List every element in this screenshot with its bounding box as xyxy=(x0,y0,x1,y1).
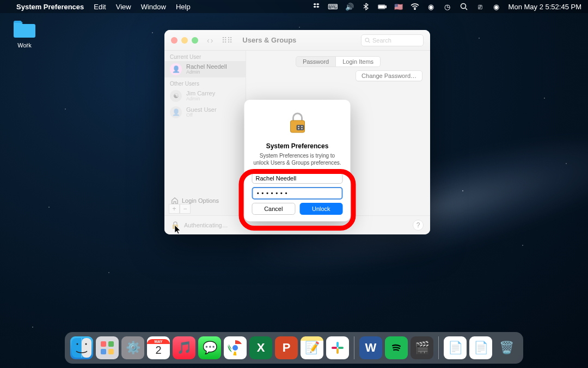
menu-window[interactable]: Window xyxy=(141,3,166,11)
auth-dialog: System Preferences System Preferences is… xyxy=(244,100,351,221)
battery-icon[interactable] xyxy=(378,2,387,11)
svg-point-25 xyxy=(232,345,238,351)
menu-view[interactable]: View xyxy=(116,3,131,11)
siri-icon[interactable]: ◉ xyxy=(492,2,501,11)
svg-rect-20 xyxy=(108,341,114,347)
username-field[interactable]: Rachel Needell xyxy=(252,173,343,184)
dock-spotify[interactable] xyxy=(385,336,408,359)
dock-notes[interactable]: 📝 xyxy=(301,336,323,359)
svg-point-14 xyxy=(301,128,303,130)
menu-help[interactable]: Help xyxy=(176,3,191,11)
system-preferences-window: ‹ › ⠿⠿ Users & Groups Search Current Use… xyxy=(164,30,430,234)
dropbox-icon[interactable] xyxy=(313,2,321,11)
svg-point-11 xyxy=(298,126,299,128)
dock-word[interactable]: W xyxy=(359,336,382,359)
dock-imovie[interactable]: 🎬 xyxy=(411,336,433,359)
wifi-icon[interactable] xyxy=(411,2,419,11)
svg-rect-1 xyxy=(385,5,386,8)
dock-slack[interactable] xyxy=(326,336,349,359)
svg-point-13 xyxy=(298,128,299,130)
svg-rect-2 xyxy=(378,5,384,8)
dock-settings[interactable]: ⚙️ xyxy=(121,336,144,359)
dock-separator xyxy=(354,336,354,359)
dialog-title: System Preferences xyxy=(252,142,343,150)
dock-calendar[interactable]: MAY2 xyxy=(147,336,170,359)
password-field[interactable]: ••••••• xyxy=(252,187,343,200)
svg-rect-16 xyxy=(82,338,91,358)
calendar-month: MAY xyxy=(147,339,170,344)
dock-doc2[interactable]: 📄 xyxy=(469,336,492,359)
dock-separator xyxy=(438,336,439,359)
menubar-datetime[interactable]: Mon May 2 5:52:45 PM xyxy=(509,3,581,11)
svg-point-12 xyxy=(301,126,303,128)
clock-icon[interactable]: ◷ xyxy=(443,2,452,11)
desktop-folder-work[interactable]: Work xyxy=(10,19,39,49)
svg-point-3 xyxy=(414,9,415,10)
dock-music[interactable]: 🎵 xyxy=(173,336,195,359)
cancel-button[interactable]: Cancel xyxy=(252,203,296,215)
flag-icon[interactable]: 🇺🇸 xyxy=(394,2,403,11)
cursor-icon xyxy=(174,225,182,234)
dock-excel[interactable]: X xyxy=(249,336,272,359)
bluetooth-icon[interactable] xyxy=(362,2,370,11)
svg-point-17 xyxy=(77,343,78,345)
svg-rect-19 xyxy=(101,341,106,347)
svg-rect-29 xyxy=(332,347,337,349)
svg-rect-28 xyxy=(336,348,339,354)
menubar: System Preferences Edit View Window Help… xyxy=(0,0,588,13)
volume-icon[interactable]: 🔊 xyxy=(345,2,354,11)
dock-doc1[interactable]: 📄 xyxy=(444,336,467,359)
svg-rect-27 xyxy=(338,347,344,349)
svg-point-4 xyxy=(461,4,465,9)
unlock-button[interactable]: Unlock xyxy=(299,203,343,215)
calendar-day: 2 xyxy=(155,344,161,357)
dock-finder[interactable] xyxy=(70,336,93,359)
svg-point-18 xyxy=(85,343,87,345)
keyboard-icon[interactable]: ⌨ xyxy=(329,2,338,11)
dock-chrome[interactable] xyxy=(224,336,247,359)
dock-messages[interactable]: 💬 xyxy=(198,336,221,359)
folder-label: Work xyxy=(10,42,39,49)
lock-icon xyxy=(285,111,309,135)
dialog-message: System Preferences is trying to unlock U… xyxy=(252,152,343,166)
dock-powerpoint[interactable]: P xyxy=(275,336,298,359)
svg-rect-26 xyxy=(336,342,339,347)
svg-rect-22 xyxy=(108,349,114,354)
app-menu[interactable]: System Preferences xyxy=(16,3,84,11)
control-center-icon[interactable]: ⎚ xyxy=(476,2,485,11)
dock-launchpad[interactable] xyxy=(96,336,119,359)
menu-edit[interactable]: Edit xyxy=(94,3,106,11)
spotlight-icon[interactable] xyxy=(460,2,468,11)
dock-trash[interactable]: 🗑️ xyxy=(495,336,518,359)
dock: ⚙️ MAY2 🎵 💬 X P 📝 W 🎬 📄 📄 🗑️ xyxy=(65,332,523,364)
svg-rect-10 xyxy=(296,125,304,130)
svg-line-5 xyxy=(465,8,467,10)
user-icon[interactable]: ◉ xyxy=(427,2,436,11)
svg-rect-21 xyxy=(101,349,106,354)
